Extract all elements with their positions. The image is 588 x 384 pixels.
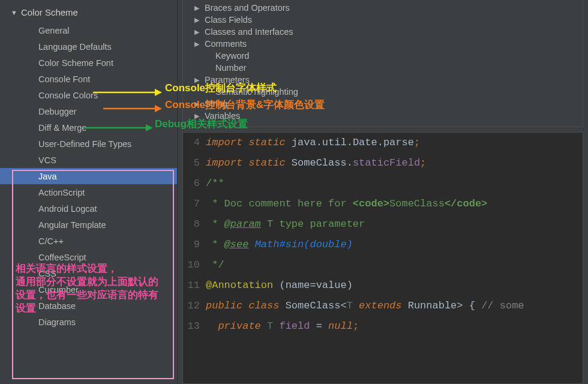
- arrow-yellow: [93, 89, 162, 96]
- svg-marker-3: [155, 105, 162, 112]
- tree-item-label: Variables: [205, 111, 240, 121]
- gutter-line: 7: [183, 194, 206, 214]
- sidebar-item-vcs[interactable]: VCS: [0, 152, 177, 168]
- expand-icon: ▶: [191, 28, 202, 36]
- tree-item-label: Parameters: [205, 75, 250, 85]
- tree-item-variables[interactable]: ▶Variables: [191, 110, 574, 122]
- expand-icon: ▶: [191, 76, 202, 84]
- tree-item-label: Braces and Operators: [205, 3, 290, 13]
- svg-marker-5: [146, 124, 153, 131]
- detail-pane: ▶Annotations▶Braces and Operators▶Class …: [178, 0, 588, 384]
- tree-item-class-fields[interactable]: ▶Class Fields: [191, 14, 574, 26]
- code-preview: 4import static java.util.Date.parse; 5im…: [182, 132, 583, 384]
- tree-item-label: Number: [215, 63, 247, 73]
- tree-item-label: Annotations: [205, 0, 251, 1]
- arrow-orange: [103, 105, 162, 112]
- expand-icon: ▶: [191, 40, 202, 48]
- gutter-line: 11: [183, 275, 206, 296]
- sidebar-item-general[interactable]: General: [0, 22, 177, 38]
- tree-item-braces-and-operators[interactable]: ▶Braces and Operators: [191, 2, 574, 14]
- tree-item-label: Semantic highlighting: [215, 87, 298, 97]
- tree-item-string[interactable]: ▶String: [191, 98, 574, 110]
- tree-item-semantic-highlighting[interactable]: Semantic highlighting: [191, 86, 574, 98]
- tree-item-label: Comments: [205, 39, 247, 49]
- gutter-line: 4: [183, 133, 206, 153]
- annotation-box: [12, 170, 174, 379]
- tree-item-classes-and-interfaces[interactable]: ▶Classes and Interfaces: [191, 26, 574, 38]
- attribute-tree[interactable]: ▶Annotations▶Braces and Operators▶Class …: [182, 0, 583, 127]
- section-title: Color Scheme: [21, 7, 78, 17]
- gutter-line: 10: [183, 255, 206, 275]
- gutter-line: 5: [183, 153, 206, 173]
- gutter-line: 9: [183, 235, 206, 255]
- tree-item-comments[interactable]: ▶Comments: [191, 38, 574, 50]
- sidebar-section-header[interactable]: ▼ Color Scheme: [0, 5, 177, 22]
- arrow-green: [84, 124, 153, 131]
- tree-item-label: Keyword: [215, 51, 249, 61]
- tree-item-label: String: [205, 99, 227, 109]
- expand-icon: ▶: [191, 100, 202, 108]
- settings-sidebar: ▼ Color Scheme GeneralLanguage DefaultsC…: [0, 0, 178, 384]
- expand-icon: ▶: [191, 4, 202, 12]
- tree-item-number[interactable]: Number: [191, 62, 574, 74]
- tree-item-label: Class Fields: [205, 15, 252, 25]
- svg-marker-1: [155, 89, 162, 96]
- expand-icon: ▶: [191, 16, 202, 24]
- sidebar-item-user-defined-file-types[interactable]: User-Defined File Types: [0, 136, 177, 152]
- gutter-line: 6: [183, 173, 206, 194]
- collapse-icon: ▼: [11, 9, 17, 16]
- gutter-line: 12: [183, 296, 206, 316]
- gutter-line: 13: [183, 316, 206, 337]
- gutter-line: 8: [183, 214, 206, 235]
- tree-item-parameters[interactable]: ▶Parameters: [191, 74, 574, 86]
- tree-item-label: Classes and Interfaces: [205, 27, 293, 37]
- sidebar-item-color-scheme-font[interactable]: Color Scheme Font: [0, 55, 177, 71]
- sidebar-item-language-defaults[interactable]: Language Defaults: [0, 38, 177, 55]
- tree-item-keyword[interactable]: Keyword: [191, 50, 574, 62]
- expand-icon: ▶: [191, 112, 202, 120]
- sidebar-item-console-font[interactable]: Console Font: [0, 71, 177, 87]
